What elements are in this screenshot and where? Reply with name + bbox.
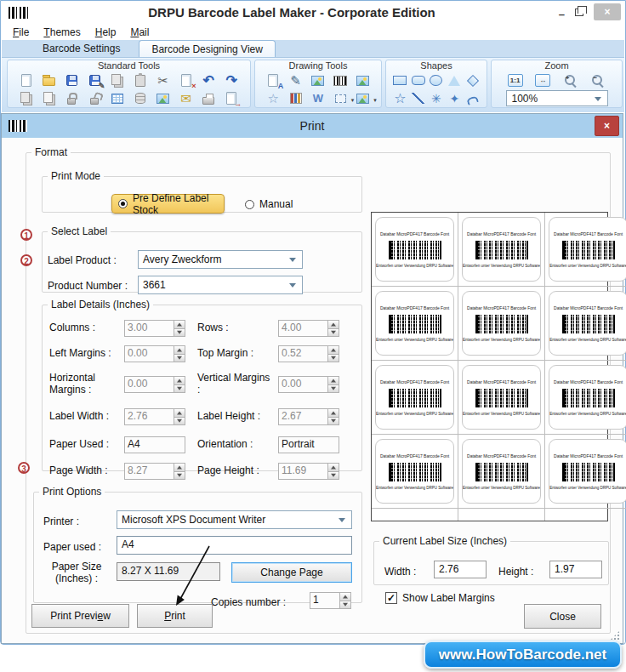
spin-up-button[interactable]: [328, 376, 339, 384]
spin-down-button[interactable]: [174, 471, 185, 481]
image-gallery-icon[interactable]: ▾: [356, 91, 371, 106]
delete-icon[interactable]: ×: [179, 73, 194, 88]
spin-down-button[interactable]: [174, 354, 185, 363]
open-icon[interactable]: [42, 73, 57, 88]
pencil-tool-icon[interactable]: ✎: [288, 73, 304, 88]
rows-stepper[interactable]: 4.00: [278, 320, 339, 337]
zoom-level-select[interactable]: 100%: [506, 90, 608, 106]
barcode-tool-icon[interactable]: [333, 73, 348, 88]
copy-icon[interactable]: [110, 73, 125, 88]
watermark-icon[interactable]: W: [310, 91, 326, 106]
label-product-select[interactable]: Avery Zweckform: [138, 250, 303, 269]
ellipse-icon[interactable]: [429, 73, 444, 88]
print-preview-button[interactable]: Print Preview: [31, 604, 129, 628]
email-icon[interactable]: ✉: [179, 91, 194, 106]
spin-down-button[interactable]: [174, 417, 185, 426]
zoom-in-icon[interactable]: +: [563, 73, 578, 88]
close-button[interactable]: ×: [594, 3, 621, 20]
horizontal-margins-stepper[interactable]: 0.00: [124, 376, 185, 393]
redo-icon[interactable]: ↷: [224, 73, 239, 88]
page-height-stepper[interactable]: 11.69: [278, 463, 339, 480]
menu-file[interactable]: File: [13, 26, 29, 38]
zoom-fit-icon[interactable]: ↔: [535, 73, 550, 88]
close-dialog-button[interactable]: Close: [524, 604, 601, 629]
product-number-select[interactable]: 3661: [138, 276, 303, 294]
resize-grip[interactable]: [610, 630, 620, 641]
rectangle-icon[interactable]: [392, 73, 407, 88]
minimize-button[interactable]: –: [559, 8, 565, 20]
save-icon[interactable]: [64, 73, 79, 88]
spin-down-button[interactable]: [340, 601, 351, 610]
spin-down-button[interactable]: [174, 328, 185, 338]
database-icon[interactable]: [133, 91, 148, 106]
spin-down-button[interactable]: [328, 328, 339, 338]
shape-tool-icon[interactable]: ☆: [265, 91, 281, 106]
tab-barcode-designing-view[interactable]: Barcode Designing View: [139, 40, 276, 57]
send-to-back-icon[interactable]: [42, 91, 57, 106]
save-as-icon[interactable]: ✎: [87, 73, 102, 88]
page-width-stepper[interactable]: 8.27: [124, 463, 185, 480]
image-export-icon[interactable]: [156, 91, 171, 106]
label-width-stepper[interactable]: 2.76: [124, 408, 185, 425]
spin-up-button[interactable]: [328, 320, 339, 328]
spin-down-button[interactable]: [328, 384, 339, 394]
cut-icon[interactable]: ✂: [156, 73, 171, 88]
vertical-margins-stepper[interactable]: 0.00: [278, 376, 339, 393]
menu-themes[interactable]: Themes: [43, 26, 80, 38]
columns-stepper[interactable]: 3.00: [124, 320, 185, 337]
spin-up-button[interactable]: [328, 408, 339, 417]
copies-number-stepper[interactable]: 1: [310, 592, 351, 609]
spin-up-button[interactable]: [174, 376, 185, 384]
paste-icon[interactable]: [133, 73, 148, 88]
spin-up-button[interactable]: [174, 408, 185, 417]
bring-to-front-icon[interactable]: [19, 91, 34, 106]
star-icon[interactable]: ☆: [392, 91, 407, 106]
print-icon[interactable]: [201, 91, 216, 106]
print-dialog-close-button[interactable]: ×: [595, 116, 619, 136]
library-icon[interactable]: [288, 91, 304, 106]
printer-select[interactable]: Microsoft XPS Document Writer: [117, 510, 352, 529]
tab-barcode-settings[interactable]: Barcode Settings: [31, 40, 132, 57]
orientation-input[interactable]: Portrait: [278, 436, 339, 453]
spin-up-button[interactable]: [174, 345, 185, 354]
spin-up-button[interactable]: [328, 463, 339, 471]
spin-down-button[interactable]: [174, 384, 185, 394]
top-margin-stepper[interactable]: 0.52: [278, 345, 339, 362]
text-tool-icon[interactable]: A: [265, 73, 281, 88]
left-margins-stepper[interactable]: 0.00: [124, 345, 185, 362]
export-icon[interactable]: →: [224, 91, 239, 106]
menu-mail[interactable]: Mail: [130, 26, 149, 38]
arc-icon[interactable]: [465, 91, 481, 106]
spin-up-button[interactable]: [340, 592, 351, 601]
spin-up-button[interactable]: [174, 463, 185, 471]
lock-icon[interactable]: [64, 91, 79, 106]
label-height-stepper[interactable]: 2.67: [278, 408, 339, 425]
zoom-one-to-one-icon[interactable]: 1:1: [508, 73, 523, 88]
line-icon[interactable]: [411, 91, 426, 106]
starburst-icon[interactable]: ✳: [429, 91, 444, 106]
triangle-icon[interactable]: [447, 73, 462, 88]
radio-manual[interactable]: Manual: [245, 198, 293, 210]
image-tool-icon[interactable]: [310, 73, 326, 88]
spin-down-button[interactable]: [328, 417, 339, 426]
howtobarcode-badge[interactable]: www.HowToBarcode.net: [424, 641, 622, 669]
rounded-rectangle-icon[interactable]: [411, 73, 426, 88]
radio-pre-define-label-stock[interactable]: Pre Define Label Stock: [111, 194, 225, 214]
four-point-star-icon[interactable]: ✦: [447, 91, 462, 106]
spin-down-button[interactable]: [328, 354, 339, 363]
diamond-icon[interactable]: [465, 73, 481, 88]
spin-up-button[interactable]: [174, 320, 185, 328]
paper-used-input[interactable]: A4: [117, 536, 352, 555]
grid-icon[interactable]: [110, 91, 125, 106]
picture-insert-icon[interactable]: [356, 73, 371, 88]
frame-tool-icon[interactable]: ▾: [333, 91, 348, 106]
zoom-out-icon[interactable]: −: [590, 73, 606, 88]
change-page-button[interactable]: Change Page: [231, 562, 352, 583]
maximize-button[interactable]: [575, 4, 583, 20]
menu-help[interactable]: Help: [95, 26, 117, 38]
show-label-margins-checkbox[interactable]: ✓ Show Label Margins: [385, 592, 495, 604]
unlock-icon[interactable]: [87, 91, 102, 106]
spin-down-button[interactable]: [328, 471, 339, 481]
new-document-icon[interactable]: [19, 73, 34, 88]
undo-icon[interactable]: ↶: [201, 73, 216, 88]
